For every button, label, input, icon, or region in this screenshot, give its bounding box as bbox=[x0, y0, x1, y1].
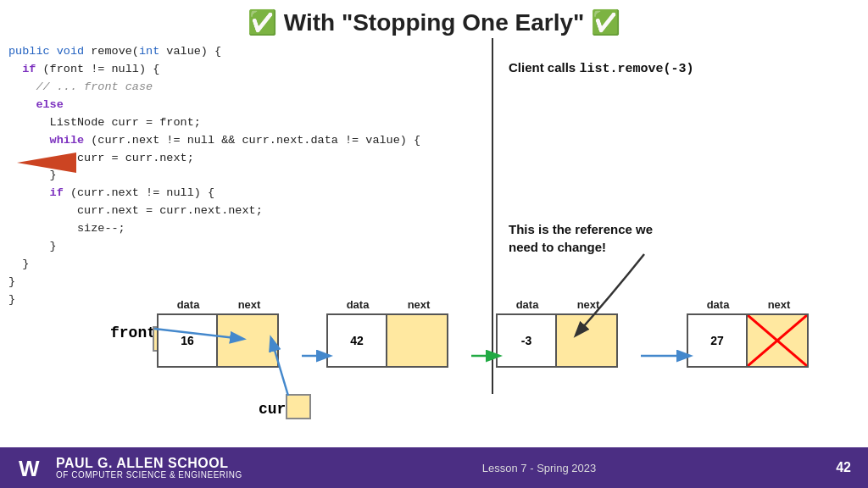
reference-note: This is the reference weneed to change! bbox=[509, 220, 848, 256]
node3-next-value bbox=[557, 315, 616, 366]
node-1: data next 16 bbox=[157, 313, 279, 368]
curr-pointer-box bbox=[286, 394, 311, 419]
footer-slide-number: 42 bbox=[836, 460, 851, 475]
node1-data-label: data bbox=[159, 298, 218, 311]
node2-data-value: 42 bbox=[328, 315, 387, 366]
footer: W PAUL G. ALLEN SCHOOL OF COMPUTER SCIEN… bbox=[0, 447, 868, 488]
code-line-3: // ... front case bbox=[8, 79, 483, 97]
node3-data-value: -3 bbox=[498, 315, 557, 366]
code-line-4: else bbox=[8, 97, 483, 114]
uw-logo-icon: W bbox=[17, 452, 47, 483]
school-name-main: PAUL G. ALLEN SCHOOL bbox=[56, 456, 242, 471]
code-line-1: public void remove(int value) { bbox=[8, 43, 483, 61]
front-label: front bbox=[110, 324, 156, 341]
code-line-while: while (curr.next != null && curr.next.da… bbox=[8, 132, 483, 150]
node2-next-label: next bbox=[389, 298, 448, 311]
code-line-9: if (curr.next != null) { bbox=[8, 185, 483, 202]
node1-data-value: 16 bbox=[159, 315, 218, 366]
node3-next-label: next bbox=[559, 298, 618, 311]
code-line-13: } bbox=[8, 256, 483, 274]
node1-next-value bbox=[218, 315, 277, 366]
node-4: data next 27 bbox=[687, 313, 809, 368]
svg-text:W: W bbox=[19, 456, 40, 481]
node4-next-label: next bbox=[749, 298, 809, 311]
checkmark-right: ✅ bbox=[591, 9, 620, 36]
client-call-text: Client calls list.remove(-3) bbox=[509, 60, 848, 76]
node3-data-label: data bbox=[498, 298, 557, 311]
linked-list-diagram: front data next 16 data next 42 data nex… bbox=[110, 301, 856, 436]
code-line-12: } bbox=[8, 238, 483, 256]
node2-next-value bbox=[387, 315, 447, 366]
footer-left: W PAUL G. ALLEN SCHOOL OF COMPUTER SCIEN… bbox=[17, 452, 242, 483]
node4-data-label: data bbox=[688, 298, 748, 311]
code-line-10: curr.next = curr.next.next; bbox=[8, 202, 483, 220]
node4-data-value: 27 bbox=[688, 315, 748, 366]
code-line-8: } bbox=[8, 167, 483, 185]
code-line-5: ListNode curr = front; bbox=[8, 114, 483, 132]
checkmark-left: ✅ bbox=[248, 9, 277, 36]
code-line-7: curr = curr.next; bbox=[8, 150, 483, 168]
node4-next-value bbox=[748, 315, 807, 366]
node1-next-label: next bbox=[220, 298, 279, 311]
node2-data-label: data bbox=[328, 298, 387, 311]
school-name: PAUL G. ALLEN SCHOOL OF COMPUTER SCIENCE… bbox=[56, 456, 242, 480]
node-3: data next -3 bbox=[496, 313, 618, 368]
code-line-11: size--; bbox=[8, 220, 483, 238]
code-line-2: if (front != null) { bbox=[8, 61, 483, 79]
code-line-14: } bbox=[8, 274, 483, 291]
x-mark-icon bbox=[748, 315, 807, 366]
footer-lesson: Lesson 7 - Spring 2023 bbox=[482, 462, 596, 474]
slide-title: ✅ With "Stopping One Early" ✅ bbox=[0, 0, 868, 43]
node-2: data next 42 bbox=[326, 313, 448, 368]
school-name-sub: OF COMPUTER SCIENCE & ENGINEERING bbox=[56, 470, 242, 480]
